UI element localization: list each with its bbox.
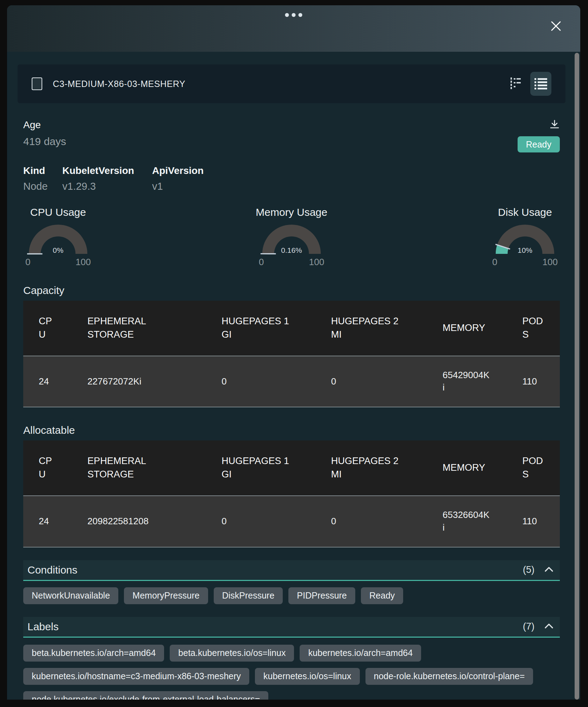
cell-ephemeral-storage: 227672072Ki (72, 356, 206, 407)
labels-count: (7) (523, 621, 534, 632)
cell-pods: 110 (507, 356, 560, 407)
column-header: CPU (23, 301, 72, 356)
column-header: HUGEPAGES 2 MI (315, 440, 427, 496)
label-chip: node.kubernetes.io/exclude-from-external… (23, 691, 268, 700)
age-block: Age 419 days (23, 119, 66, 148)
node-details-dialog: C3-MEDIUM-X86-03-MESHERY (7, 5, 580, 700)
conditions-chips: NetworkUnavailable MemoryPressure DiskPr… (23, 587, 560, 604)
gauge-value: 0% (23, 246, 93, 255)
node-title: C3-MEDIUM-X86-03-MESHERY (53, 79, 510, 89)
age-value: 419 days (23, 136, 66, 148)
cell-cpu: 24 (23, 496, 72, 547)
gauge-title: CPU Usage (30, 206, 86, 218)
allocatable-header-row: CPU EPHEMERAL STORAGE HUGEPAGES 1 GI HUG… (23, 440, 560, 496)
cell-memory: 65326604Ki (427, 496, 507, 547)
cell-cpu: 24 (23, 356, 72, 407)
label-chip: node-role.kubernetes.io/control-plane= (365, 668, 533, 685)
labels-chips: beta.kubernetes.io/arch=amd64 beta.kuber… (23, 645, 560, 700)
condition-chip: MemoryPressure (124, 587, 208, 604)
label-chip: beta.kubernetes.io/arch=amd64 (23, 645, 164, 662)
cpu-usage-gauge: CPU Usage 0% 0 100 (23, 206, 93, 268)
table-row: 24 227672072Ki 0 0 65429004Ki 110 (23, 356, 560, 407)
label-chip: kubernetes.io/arch=amd64 (300, 645, 421, 662)
labels-accordion-header[interactable]: Labels (7) (23, 617, 560, 638)
gauge-max: 100 (76, 257, 91, 268)
gauge-title: Disk Usage (498, 206, 552, 218)
field-value-apiversion: v1 (152, 181, 204, 192)
column-header: PODS (507, 440, 560, 496)
capacity-heading: Capacity (23, 284, 560, 296)
gauge-value: 0.16% (257, 246, 326, 255)
field-label-kubeletversion: KubeletVersion (62, 165, 152, 176)
field-value-kubeletversion: v1.29.3 (62, 181, 152, 192)
condition-chip: DiskPressure (214, 587, 283, 604)
column-header: MEMORY (427, 440, 507, 496)
gauge-title: Memory Usage (256, 206, 327, 218)
condition-chip: Ready (361, 587, 403, 604)
column-header: MEMORY (427, 301, 507, 356)
node-select-checkbox[interactable] (32, 77, 42, 90)
column-header: EPHEMERAL STORAGE (72, 440, 206, 496)
capacity-table: CPU EPHEMERAL STORAGE HUGEPAGES 1 GI HUG… (23, 301, 560, 407)
cell-hugepages-2mi: 0 (315, 356, 427, 407)
label-chip: kubernetes.io/os=linux (255, 668, 359, 685)
allocatable-table: CPU EPHEMERAL STORAGE HUGEPAGES 1 GI HUG… (23, 440, 560, 547)
status-badge: Ready (518, 136, 560, 152)
dialog-header (7, 5, 580, 52)
field-value-kind: Node (23, 181, 62, 192)
download-icon[interactable] (549, 119, 560, 131)
gauge-value: 10% (490, 246, 560, 255)
capacity-header-row: CPU EPHEMERAL STORAGE HUGEPAGES 1 GI HUG… (23, 301, 560, 356)
cell-hugepages-1gi: 0 (206, 496, 315, 547)
column-header: HUGEPAGES 1 GI (206, 301, 315, 356)
column-header: EPHEMERAL STORAGE (72, 301, 206, 356)
gauge-min: 0 (492, 257, 497, 268)
cell-pods: 110 (507, 496, 560, 547)
dialog-content: C3-MEDIUM-X86-03-MESHERY (7, 52, 580, 700)
disk-usage-gauge: Disk Usage 10% 0 100 (490, 206, 560, 268)
conditions-title: Conditions (27, 564, 77, 576)
usage-gauges: CPU Usage 0% 0 100 Memory Usage (23, 206, 560, 268)
column-header: PODS (507, 301, 560, 356)
gauge-min: 0 (259, 257, 264, 268)
field-label-apiversion: ApiVersion (152, 165, 204, 176)
drag-handle-dots-icon (285, 13, 302, 17)
cell-hugepages-1gi: 0 (206, 356, 315, 407)
conditions-accordion-header[interactable]: Conditions (5) (23, 560, 560, 581)
labels-title: Labels (27, 621, 58, 633)
column-header: HUGEPAGES 2 MI (315, 301, 427, 356)
gauge-max: 100 (309, 257, 324, 268)
condition-chip: NetworkUnavailable (23, 587, 118, 604)
cell-memory: 65429004Ki (427, 356, 507, 407)
chevron-up-icon[interactable] (544, 623, 553, 630)
node-title-card: C3-MEDIUM-X86-03-MESHERY (18, 64, 565, 103)
gauge-min: 0 (25, 257, 30, 268)
gauge-max: 100 (543, 257, 558, 268)
label-chip: kubernetes.io/hostname=c3-medium-x86-03-… (23, 668, 249, 685)
field-label-kind: Kind (23, 165, 62, 176)
memory-usage-gauge: Memory Usage 0.16% 0 100 (257, 206, 326, 268)
meta-fields: Kind Node KubeletVersion v1.29.3 ApiVers… (23, 165, 560, 192)
table-row: 24 209822581208 0 0 65326604Ki 110 (23, 496, 560, 547)
age-label: Age (23, 119, 66, 131)
close-icon[interactable] (550, 20, 562, 32)
allocatable-heading: Allocatable (23, 424, 560, 436)
list-view-button[interactable] (530, 72, 551, 96)
condition-chip: PIDPressure (288, 587, 355, 604)
label-chip: beta.kubernetes.io/os=linux (170, 645, 294, 662)
condensed-view-icon[interactable] (510, 77, 523, 91)
cell-ephemeral-storage: 209822581208 (72, 496, 206, 547)
chevron-up-icon[interactable] (544, 567, 553, 574)
column-header: CPU (23, 440, 72, 496)
scrollbar-thumb[interactable] (575, 53, 579, 700)
cell-hugepages-2mi: 0 (315, 496, 427, 547)
conditions-count: (5) (523, 564, 534, 575)
column-header: HUGEPAGES 1 GI (206, 440, 315, 496)
